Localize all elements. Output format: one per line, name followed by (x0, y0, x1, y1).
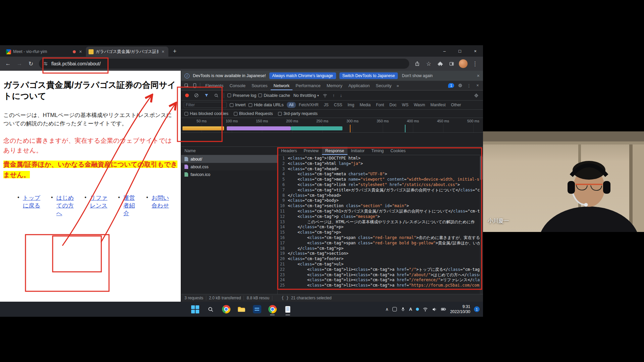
notification-badge[interactable]: 1 (474, 306, 480, 312)
network-overview-timeline[interactable]: 50 ms100 ms150 ms200 ms250 ms300 ms350 m… (181, 118, 483, 133)
devtools-tab-network[interactable]: Network (271, 81, 293, 90)
filter-chip-img[interactable]: Img (345, 102, 357, 108)
preserve-log-checkbox[interactable]: Preserve log (227, 93, 256, 98)
devtools-close-icon[interactable]: × (474, 81, 482, 89)
clear-icon[interactable] (192, 92, 200, 100)
response-tab-headers[interactable]: Headers (278, 147, 300, 155)
devtools-tab-console[interactable]: Console (226, 81, 249, 90)
close-tab-icon[interactable]: × (160, 49, 166, 54)
taskbar-chrome-icon[interactable] (220, 302, 232, 316)
throttling-dropdown[interactable]: No throttling ▾ (293, 93, 319, 98)
tab-meet[interactable]: Meet - vio-rfur-yim × (3, 47, 86, 57)
volume-icon[interactable] (432, 307, 437, 312)
request-row-about-css[interactable]: about.css (181, 163, 277, 171)
devtools-settings-gear-icon[interactable] (456, 81, 464, 89)
footer-link-2[interactable]: はじめての方へ (56, 194, 75, 217)
close-icon[interactable]: × (477, 73, 480, 78)
microphone-icon[interactable] (400, 307, 406, 312)
pretty-print-button[interactable]: { } (281, 296, 289, 300)
filter-chip-all[interactable]: All (287, 102, 296, 108)
footer-link-3[interactable]: リファレンス (90, 194, 109, 209)
taskbar-notepad-icon[interactable] (281, 302, 294, 316)
address-bar[interactable]: flask.pc5bai.com/about/ (39, 59, 409, 69)
site-settings-icon[interactable] (43, 58, 48, 69)
devtools-tab-application[interactable]: Application (345, 81, 373, 90)
device-toolbar-icon[interactable] (191, 81, 199, 89)
request-row-favicon-ico[interactable]: favicon.ico (181, 171, 277, 178)
close-tab-icon[interactable]: × (78, 49, 83, 54)
footer-link-1[interactable]: トップに戻る (23, 194, 42, 209)
hidden-icons-chevron[interactable]: ∧ (385, 307, 389, 312)
request-row-about[interactable]: about/ (181, 155, 277, 163)
filter-chip-media[interactable]: Media (357, 102, 373, 108)
dont-show-again-button[interactable]: Don't show again (402, 73, 433, 78)
filter-chip-manifest[interactable]: Manifest (428, 102, 448, 108)
filter-checkbox-has-blocked-cookies[interactable]: Has blocked cookies (184, 111, 228, 116)
taskbar-search-icon[interactable] (204, 302, 217, 316)
taskbar-chrome-active-icon[interactable] (266, 302, 279, 316)
filter-checkbox-blocked-requests[interactable]: Blocked Requests (234, 111, 273, 116)
start-button[interactable] (189, 302, 202, 316)
back-button[interactable]: ← (3, 58, 13, 69)
browser-menu-icon[interactable]: ⋮ (470, 58, 480, 69)
inspect-icon[interactable] (182, 81, 191, 89)
profile-avatar[interactable] (459, 59, 468, 68)
taskbar-clock[interactable]: 9:31 2022/10/30 (450, 304, 470, 314)
taskbar-app-icon[interactable] (251, 302, 263, 316)
devtools-tab-security[interactable]: Security (373, 81, 394, 90)
wifi-icon[interactable] (423, 307, 428, 312)
response-code-view[interactable]: 1<class="cm-tag">!DOCTYPE html>2<class="… (278, 155, 483, 294)
devtools-tab-memory[interactable]: Memory (324, 81, 345, 90)
filter-chip-other[interactable]: Other (449, 102, 464, 108)
import-har-icon[interactable]: ↑ (331, 93, 336, 98)
devtools-tab-sources[interactable]: Sources (249, 81, 271, 90)
more-tabs-icon[interactable]: » (394, 83, 401, 88)
issues-counter[interactable]: 1 (448, 83, 454, 88)
disable-cache-checkbox[interactable]: Disable cache (258, 93, 290, 98)
taskbar-explorer-icon[interactable] (235, 302, 248, 316)
name-column-header[interactable]: Name (181, 147, 277, 155)
response-tab-cookies[interactable]: Cookies (387, 147, 409, 155)
filter-chip-ws[interactable]: WS (399, 102, 411, 108)
side-panel-icon[interactable] (446, 58, 457, 69)
ime-indicator[interactable]: A (409, 307, 412, 312)
scrollbar[interactable] (480, 155, 483, 294)
network-settings-gear-icon[interactable] (472, 92, 480, 100)
filter-chip-wasm[interactable]: Wasm (412, 102, 428, 108)
export-har-icon[interactable]: ↓ (338, 93, 344, 98)
response-tab-initiator[interactable]: Initiator (347, 147, 368, 155)
footer-link-5[interactable]: お問い合わせ (152, 194, 170, 209)
reload-button[interactable]: ↻ (25, 58, 36, 69)
extensions-puzzle-icon[interactable] (435, 58, 445, 69)
match-language-button[interactable]: Always match Chrome's language (269, 72, 336, 79)
network-filter-input[interactable] (184, 102, 227, 108)
tray-app-icon[interactable] (392, 307, 397, 311)
filter-chip-css[interactable]: CSS (332, 102, 345, 108)
footer-link-4[interactable]: 運営者紹介 (123, 194, 137, 217)
network-conditions-icon[interactable] (321, 92, 329, 100)
new-tab-button[interactable]: + (170, 47, 179, 56)
filter-chip-font[interactable]: Font (374, 102, 386, 108)
response-tab-preview[interactable]: Preview (300, 147, 322, 155)
filter-checkbox-3rd-party-requests[interactable]: 3rd-party requests (278, 111, 317, 116)
window-maximize-button[interactable]: □ (452, 45, 468, 57)
forward-button[interactable]: → (14, 58, 25, 69)
switch-japanese-button[interactable]: Switch DevTools to Japanese (339, 72, 398, 79)
filter-chip-js[interactable]: JS (322, 102, 331, 108)
tab-galapagos[interactable]: ガラパゴス貴金属/ガラパゴス証券の × (86, 47, 168, 57)
devtools-tab-performance[interactable]: Performance (292, 81, 323, 90)
filter-chip-fetch-xhr[interactable]: Fetch/XHR (297, 102, 321, 108)
filter-chip-doc[interactable]: Doc (387, 102, 399, 108)
record-button[interactable] (185, 94, 189, 97)
response-tab-timing[interactable]: Timing (368, 147, 387, 155)
search-icon[interactable] (212, 92, 220, 100)
response-tab-response[interactable]: Response (322, 147, 347, 155)
window-close-button[interactable]: × (468, 45, 483, 57)
share-icon[interactable] (412, 58, 423, 69)
bookmark-star-icon[interactable]: ☆ (423, 58, 434, 69)
scrollbar-thumb[interactable] (480, 156, 483, 180)
battery-icon[interactable] (441, 306, 446, 312)
invert-checkbox[interactable]: Invert (230, 103, 246, 107)
hide-data-urls-checkbox[interactable]: Hide data URLs (249, 103, 283, 107)
filter-funnel-icon[interactable] (202, 92, 210, 100)
